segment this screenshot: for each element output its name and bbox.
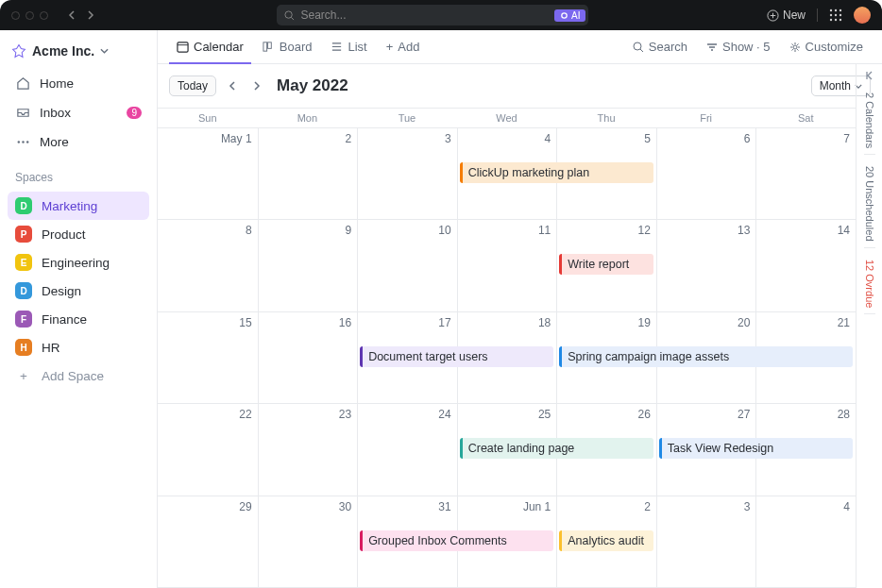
next-month-button[interactable] xyxy=(248,77,265,94)
day-cell[interactable]: 4 xyxy=(755,496,856,587)
space-item-finance[interactable]: FFinance xyxy=(8,305,149,333)
day-header-row: SunMonTueWedThuFriSat xyxy=(158,109,856,128)
day-cell[interactable]: 2 xyxy=(258,128,358,219)
day-number: 22 xyxy=(163,408,252,421)
nav-home[interactable]: Home xyxy=(8,70,149,97)
workspace-switcher[interactable]: Acme Inc. xyxy=(8,38,149,68)
space-item-product[interactable]: PProduct xyxy=(8,220,149,248)
calendar-event[interactable]: Grouped Inbox Comments xyxy=(360,530,553,551)
collapse-panel-icon[interactable] xyxy=(864,70,875,81)
day-number: 26 xyxy=(563,408,651,421)
space-item-design[interactable]: DDesign xyxy=(8,277,149,305)
search-icon xyxy=(284,10,295,21)
day-cell[interactable]: 6 xyxy=(656,128,756,219)
calendar-event[interactable]: Create landing page xyxy=(460,438,653,459)
space-item-hr[interactable]: HHR xyxy=(8,333,149,361)
add-space-button[interactable]: +Add Space xyxy=(8,363,149,389)
tab-add-view[interactable]: +Add xyxy=(379,30,428,63)
search-view-button[interactable]: Search xyxy=(625,40,695,54)
day-number: 10 xyxy=(364,224,451,237)
calendar-event[interactable]: Spring campaign image assets xyxy=(559,346,853,367)
day-header-cell: Sun xyxy=(158,109,258,127)
filter-icon xyxy=(706,42,718,53)
day-cell[interactable]: 3 xyxy=(357,128,457,219)
day-cell[interactable]: 22 xyxy=(158,404,258,495)
day-cell[interactable]: 13 xyxy=(656,220,756,311)
day-number: 30 xyxy=(264,500,352,513)
spaces-section-label: Spaces xyxy=(8,158,149,190)
space-label: Product xyxy=(42,227,86,242)
day-header-cell: Thu xyxy=(556,109,656,127)
calendar-event[interactable]: Task View Redesign xyxy=(659,438,853,459)
day-number: 9 xyxy=(264,224,352,237)
day-cell[interactable]: May 1 xyxy=(158,128,258,219)
today-button[interactable]: Today xyxy=(169,76,216,96)
day-cell[interactable]: 9 xyxy=(258,220,358,311)
calendar-grid: SunMonTueWedThuFriSat May 1234567ClickUp… xyxy=(158,108,856,588)
customize-button[interactable]: Customize xyxy=(782,40,871,54)
apps-grid-icon[interactable] xyxy=(829,8,842,22)
day-cell[interactable]: 11 xyxy=(457,220,557,311)
plus-circle-icon xyxy=(767,9,779,22)
overdue-panel-tab[interactable]: 12 Ovrdue xyxy=(864,254,875,314)
calendar-event[interactable]: Document target users xyxy=(360,346,553,367)
tab-list[interactable]: List xyxy=(323,30,374,63)
day-cell[interactable]: 3 xyxy=(656,496,756,587)
show-filter-button[interactable]: Show · 5 xyxy=(699,40,778,54)
nav-inbox[interactable]: Inbox9 xyxy=(8,99,149,126)
calendar-event[interactable]: ClickUp marketing plan xyxy=(460,162,653,183)
user-avatar[interactable] xyxy=(854,7,871,24)
board-icon xyxy=(263,41,275,53)
nav-forward-button[interactable] xyxy=(82,7,99,24)
new-button[interactable]: New xyxy=(767,8,806,22)
svg-point-11 xyxy=(840,19,841,21)
day-cell[interactable]: 7 xyxy=(755,128,856,219)
calendar-event[interactable]: Write report xyxy=(559,254,653,275)
day-header-cell: Wed xyxy=(457,109,557,127)
day-number: 29 xyxy=(163,500,252,513)
right-side-panel: 2 Calendars 20 Unscheduled 12 Ovrdue xyxy=(856,64,882,588)
unscheduled-panel-tab[interactable]: 20 Unscheduled xyxy=(864,160,875,248)
space-label: Finance xyxy=(42,312,87,327)
space-label: HR xyxy=(42,341,60,355)
day-cell[interactable]: 10 xyxy=(357,220,457,311)
day-header-cell: Tue xyxy=(357,109,457,127)
day-number: 13 xyxy=(663,224,751,237)
calendar-event[interactable]: Analytics audit xyxy=(559,530,653,551)
prev-month-button[interactable] xyxy=(224,77,241,94)
ai-badge[interactable]: AI xyxy=(554,9,585,22)
chevron-down-icon xyxy=(100,48,109,54)
space-icon: E xyxy=(15,254,32,271)
day-cell[interactable]: 30 xyxy=(258,496,358,587)
calendar-header: Today May 2022 Month xyxy=(158,64,882,108)
space-item-engineering[interactable]: EEngineering xyxy=(8,248,149,277)
calendars-panel-tab[interactable]: 2 Calendars xyxy=(864,87,875,155)
day-number: 2 xyxy=(264,132,352,145)
day-cell[interactable]: 14 xyxy=(755,220,856,311)
svg-point-18 xyxy=(634,42,641,50)
day-cell[interactable]: 24 xyxy=(357,404,457,495)
day-cell[interactable]: 15 xyxy=(158,312,258,403)
day-number: 16 xyxy=(264,316,352,329)
window-controls[interactable] xyxy=(11,11,48,20)
day-number: 15 xyxy=(163,316,252,329)
day-cell[interactable]: 23 xyxy=(258,404,358,495)
day-cell[interactable]: 29 xyxy=(158,496,258,587)
nav-back-button[interactable] xyxy=(63,7,80,24)
tab-board[interactable]: Board xyxy=(255,30,320,63)
day-number: 24 xyxy=(364,408,451,421)
svg-rect-15 xyxy=(178,42,188,51)
svg-point-12 xyxy=(17,141,19,143)
nav-more[interactable]: More xyxy=(8,128,149,156)
day-number: 12 xyxy=(563,224,651,237)
space-item-marketing[interactable]: DMarketing xyxy=(8,192,149,220)
day-number: 14 xyxy=(762,224,850,237)
day-number: 27 xyxy=(663,408,751,421)
day-cell[interactable]: 8 xyxy=(158,220,258,311)
global-search-input[interactable]: Search... AI xyxy=(277,5,588,25)
day-number: 11 xyxy=(464,224,551,237)
day-cell[interactable]: 16 xyxy=(258,312,358,403)
day-number: 31 xyxy=(364,500,451,513)
day-number: 5 xyxy=(563,132,651,145)
tab-calendar[interactable]: Calendar xyxy=(169,31,251,64)
